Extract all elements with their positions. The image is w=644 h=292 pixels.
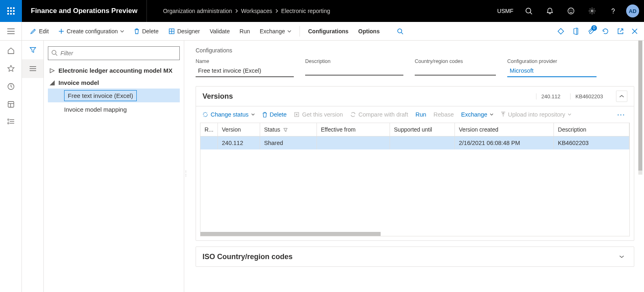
compare-button: Compare with draft — [350, 111, 408, 118]
popout-icon[interactable] — [617, 28, 624, 35]
tree-node-ledger-mx[interactable]: ▷ Electronic ledger accounting model MX — [48, 64, 180, 76]
exchange-button[interactable]: Exchange — [256, 26, 295, 36]
app-header: Finance and Operations Preview Organizat… — [0, 0, 644, 22]
designer-button[interactable]: Designer — [164, 26, 204, 36]
clock-icon[interactable] — [7, 83, 15, 90]
options-tab[interactable]: Options — [354, 26, 384, 36]
refresh-icon[interactable] — [602, 28, 609, 35]
notifications-button[interactable] — [539, 0, 560, 22]
company-picker[interactable]: USMF — [492, 0, 518, 22]
nav-toggle-button[interactable] — [0, 22, 22, 41]
find-button[interactable] — [393, 26, 407, 36]
splitter-handle[interactable]: ⋮⋮ — [184, 167, 187, 180]
field-value-link[interactable]: Microsoft — [507, 66, 597, 77]
configurations-label: Configurations — [308, 28, 349, 35]
run-version-label: Run — [416, 111, 426, 118]
action-bar: Edit Create configuration Delete Designe… — [0, 22, 644, 41]
svg-line-10 — [530, 13, 532, 15]
svg-rect-6 — [7, 13, 9, 15]
header-version-tag: 240.112 — [536, 93, 565, 99]
col-r[interactable]: R... — [200, 123, 218, 136]
svg-point-15 — [613, 13, 614, 14]
expand-button[interactable] — [616, 251, 627, 262]
office-icon[interactable] — [573, 28, 579, 35]
help-button[interactable] — [603, 0, 624, 22]
collapse-button[interactable] — [616, 91, 627, 102]
change-status-button[interactable]: Change status — [202, 111, 255, 118]
svg-rect-3 — [7, 10, 9, 12]
svg-line-25 — [401, 32, 403, 34]
tree-node-invoice-model-mapping[interactable]: Invoice model mapping — [48, 102, 180, 116]
svg-point-24 — [398, 29, 402, 33]
trash-icon — [262, 112, 267, 118]
app-launcher-button[interactable] — [0, 0, 22, 22]
feedback-button[interactable] — [560, 0, 582, 22]
edit-button[interactable]: Edit — [26, 26, 53, 36]
filter-mode-button[interactable] — [22, 41, 43, 59]
run-button[interactable]: Run — [235, 26, 254, 36]
svg-line-43 — [56, 54, 57, 56]
validate-button[interactable]: Validate — [206, 26, 234, 36]
breadcrumb-item[interactable]: Organization administration — [163, 8, 232, 14]
svg-rect-5 — [13, 10, 15, 12]
field-value[interactable] — [305, 66, 403, 76]
tree-node-free-text-invoice[interactable]: Free text invoice (Excel) — [48, 89, 180, 102]
tree-node-label: Electronic ledger accounting model MX — [58, 67, 172, 74]
tree-node-invoice-model[interactable]: ◢ Invoice model — [48, 76, 180, 89]
configurations-tab[interactable]: Configurations — [304, 26, 353, 36]
get-version-label: Get this version — [302, 111, 343, 118]
tree-filter-input[interactable] — [48, 46, 180, 60]
more-actions-button[interactable]: ⋯ — [617, 110, 627, 119]
avatar[interactable]: AD — [626, 4, 639, 17]
content-scrollbar[interactable] — [638, 41, 642, 252]
breadcrumb-item[interactable]: Workspaces — [241, 8, 272, 14]
delete-version-button[interactable]: Delete — [262, 111, 287, 118]
create-label: Create configuration — [67, 28, 118, 35]
search-icon — [397, 28, 403, 35]
table-row[interactable]: 240.112 Shared 2/16/2021 06:08:48 PM KB4… — [200, 136, 629, 150]
field-value[interactable]: Free text invoice (Excel) — [196, 66, 294, 77]
col-status[interactable]: Status — [260, 123, 317, 136]
header-right-group: USMF AD — [492, 0, 644, 22]
col-version[interactable]: Version — [218, 123, 260, 136]
svg-point-12 — [570, 10, 571, 11]
validate-label: Validate — [210, 28, 230, 35]
exchange-version-label: Exchange — [461, 111, 487, 118]
cell-supported-until — [390, 136, 454, 150]
tree-tool-rail — [22, 41, 44, 292]
field-label: Name — [196, 58, 294, 64]
iso-panel-header[interactable]: ISO Country/region codes — [196, 247, 634, 266]
diamond-icon[interactable] — [557, 28, 564, 35]
tree-node-label: Free text invoice (Excel) — [64, 90, 137, 101]
modules-icon[interactable] — [7, 119, 15, 124]
home-icon[interactable] — [7, 47, 15, 54]
delete-button[interactable]: Delete — [130, 26, 162, 36]
svg-point-11 — [568, 8, 574, 14]
edit-label: Edit — [39, 28, 49, 35]
col-version-created[interactable]: Version created — [454, 123, 554, 136]
bell-icon — [546, 7, 554, 15]
field-value[interactable] — [415, 66, 496, 76]
star-icon[interactable] — [7, 65, 15, 72]
search-button[interactable] — [518, 0, 539, 22]
exchange-version-button[interactable]: Exchange — [461, 111, 493, 118]
run-version-button[interactable]: Run — [416, 111, 426, 118]
create-configuration-button[interactable]: Create configuration — [54, 26, 128, 36]
horizontal-scrollbar[interactable] — [200, 232, 629, 236]
settings-button[interactable] — [582, 0, 603, 22]
col-supported-until[interactable]: Supported until — [390, 123, 454, 136]
col-effective-from[interactable]: Effective from — [317, 123, 390, 136]
close-icon[interactable] — [632, 28, 638, 34]
col-status-label: Status — [264, 126, 280, 133]
attachments-button[interactable]: 0 — [587, 28, 594, 35]
field-name: Name Free text invoice (Excel) — [196, 58, 294, 77]
chevron-right-icon — [275, 9, 279, 13]
col-description[interactable]: Description — [554, 123, 629, 136]
list-mode-button[interactable] — [22, 59, 43, 78]
workspace-icon[interactable] — [7, 101, 15, 108]
upload-icon — [501, 112, 506, 117]
funnel-icon — [283, 128, 288, 132]
brand-title[interactable]: Finance and Operations Preview — [22, 0, 147, 22]
versions-panel-header[interactable]: Versions 240.112 KB4602203 — [196, 87, 634, 106]
breadcrumb-item[interactable]: Electronic reporting — [281, 8, 330, 14]
